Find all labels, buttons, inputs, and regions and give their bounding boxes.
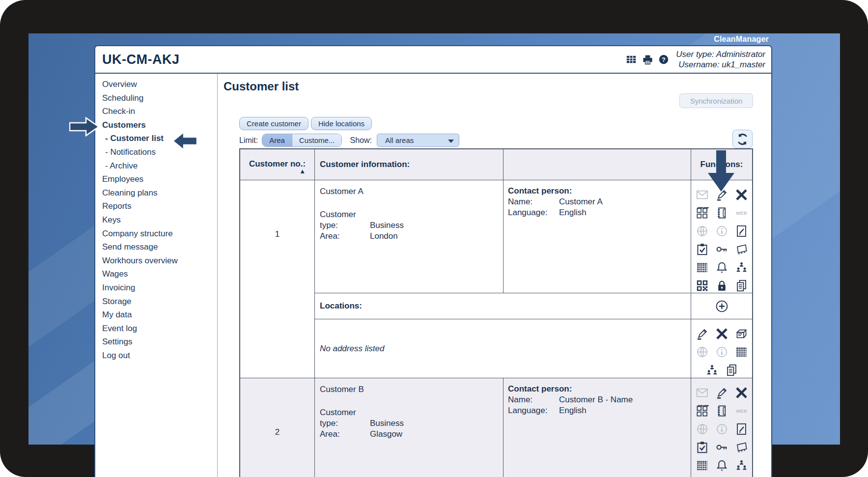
column-header-customer-info: Customer information:: [315, 149, 504, 180]
edit-function[interactable]: [712, 384, 731, 402]
sidebar-item-send-message[interactable]: Send message: [102, 240, 217, 254]
key-function[interactable]: [712, 438, 731, 456]
sidebar-item-company-structure[interactable]: Company structure: [102, 227, 217, 241]
org-icon: [735, 459, 748, 472]
limit-option-area[interactable]: Area: [262, 134, 292, 146]
delete-function[interactable]: [712, 325, 731, 343]
contact-fields: Name:Customer ALanguage:English: [508, 196, 687, 218]
page-title: Customer list: [224, 80, 299, 93]
contact-field-value: English: [559, 207, 687, 218]
customer-name: Customer A: [320, 186, 498, 197]
sidebar-item-workhours-overview[interactable]: Workhours overview: [102, 254, 217, 268]
sort-asc-icon[interactable]: ▲: [299, 169, 306, 174]
customer-table: Customer no.: ▲ Customer information: Fu…: [239, 148, 753, 477]
cubes-function[interactable]: [692, 402, 712, 420]
org-function[interactable]: [731, 258, 751, 277]
print-icon[interactable]: [642, 54, 654, 65]
refresh-button[interactable]: [732, 130, 753, 148]
calendar-function[interactable]: [731, 343, 751, 361]
arrow-right-icon: [69, 116, 100, 137]
window-title: UK-CM-AKJ: [102, 52, 179, 67]
lock-function[interactable]: [712, 475, 731, 477]
create-customer-button[interactable]: Create customer: [239, 117, 308, 130]
arrow-left-icon: [172, 131, 197, 151]
sidebar-item-invoicing[interactable]: Invoicing: [102, 281, 217, 295]
sidebar-item-customers[interactable]: Customers: [102, 118, 217, 132]
calendar-icon: [735, 345, 748, 359]
web-function: [731, 204, 751, 222]
web-icon: [735, 404, 748, 418]
sidebar-item-employees[interactable]: Employees: [102, 172, 217, 186]
customer-no-cell: 1: [240, 180, 315, 378]
sidebar-item-event-log[interactable]: Event log: [102, 322, 217, 336]
sidebar-item-settings[interactable]: Settings: [102, 335, 217, 349]
customer-info-cell: Customer ACustomer type:BusinessArea:Lon…: [315, 180, 504, 293]
book-function[interactable]: [712, 204, 731, 222]
sidebar-item-my-data[interactable]: My data: [102, 308, 217, 322]
note-edit-icon: [735, 422, 748, 436]
book-icon: [715, 404, 728, 418]
note-edit-function[interactable]: [731, 222, 751, 240]
org-function[interactable]: [731, 456, 751, 475]
copy-function[interactable]: [731, 475, 751, 477]
copy-function[interactable]: [722, 361, 741, 379]
org-function[interactable]: [702, 361, 722, 379]
board-function[interactable]: [731, 438, 751, 456]
sidebar-item-overview[interactable]: Overview: [102, 78, 217, 91]
calendar-function[interactable]: [692, 456, 712, 475]
help-icon[interactable]: [658, 54, 669, 65]
clipboard-check-function[interactable]: [692, 438, 712, 456]
show-areas-dropdown[interactable]: All areas: [377, 134, 459, 147]
functions-icon-grid: [692, 384, 752, 477]
sidebar-item-keys[interactable]: Keys: [102, 213, 217, 227]
info-function: [712, 222, 731, 240]
box-function[interactable]: [731, 325, 751, 343]
sidebar-item-notifications[interactable]: - Notifications: [102, 145, 217, 159]
board-function[interactable]: [731, 240, 751, 258]
edit-icon: [696, 327, 709, 340]
lock-function[interactable]: [712, 277, 731, 295]
hide-locations-button[interactable]: Hide locations: [311, 117, 372, 130]
key-function[interactable]: [712, 240, 731, 258]
sidebar-item-customer-list[interactable]: - Customer list: [102, 132, 217, 145]
copy-function[interactable]: [731, 277, 751, 295]
user-info: User type: Administrator Username: uk1_m…: [676, 49, 765, 70]
column-header-customer-no[interactable]: Customer no.: ▲: [240, 149, 315, 180]
sidebar-item-reports[interactable]: Reports: [102, 199, 217, 213]
limit-option-customer[interactable]: Custome...: [292, 134, 342, 146]
cubes-icon: [696, 404, 709, 418]
delete-function[interactable]: [731, 384, 751, 402]
locations-label: Locations:: [320, 301, 362, 311]
sidebar-item-storage[interactable]: Storage: [102, 295, 217, 309]
delete-icon: [735, 386, 748, 399]
synchronization-button[interactable]: Synchronization: [679, 93, 753, 108]
calendar-function[interactable]: [692, 258, 712, 277]
sidebar-nav: OverviewSchedulingCheck-inCustomers- Cus…: [95, 74, 218, 477]
sidebar-item-wages[interactable]: Wages: [102, 267, 217, 281]
bell-function[interactable]: [712, 258, 731, 277]
qr-function[interactable]: [692, 475, 712, 477]
no-address-cell: No address listed: [315, 319, 691, 378]
field-value: Business: [370, 418, 498, 429]
book-function[interactable]: [712, 402, 731, 420]
edit-function[interactable]: [692, 325, 712, 343]
field-label: Area:: [320, 231, 370, 242]
note-edit-function[interactable]: [731, 420, 751, 438]
field-label: Customer type:: [320, 209, 370, 231]
sidebar-item-archive[interactable]: - Archive: [102, 159, 217, 173]
qr-function[interactable]: [692, 277, 712, 295]
customer-fields: Customer type:BusinessArea:London: [320, 209, 498, 242]
sidebar-item-scheduling[interactable]: Scheduling: [102, 91, 217, 105]
add-location-cell: [691, 293, 752, 319]
sidebar-item-check-in[interactable]: Check-in: [102, 105, 217, 118]
sidebar-item-cleaning-plans[interactable]: Cleaning plans: [102, 186, 217, 200]
functions-icon-grid: [692, 186, 752, 295]
globe-icon: [696, 224, 709, 238]
cubes-function[interactable]: [692, 204, 712, 222]
table-icon[interactable]: [625, 54, 637, 65]
clipboard-check-function[interactable]: [692, 240, 712, 258]
add-location-button[interactable]: [712, 297, 731, 315]
sidebar-item-log-out[interactable]: Log out: [102, 349, 217, 363]
customer-info-cell: Customer BCustomer type:BusinessArea:Gla…: [315, 378, 504, 477]
bell-function[interactable]: [712, 456, 731, 475]
